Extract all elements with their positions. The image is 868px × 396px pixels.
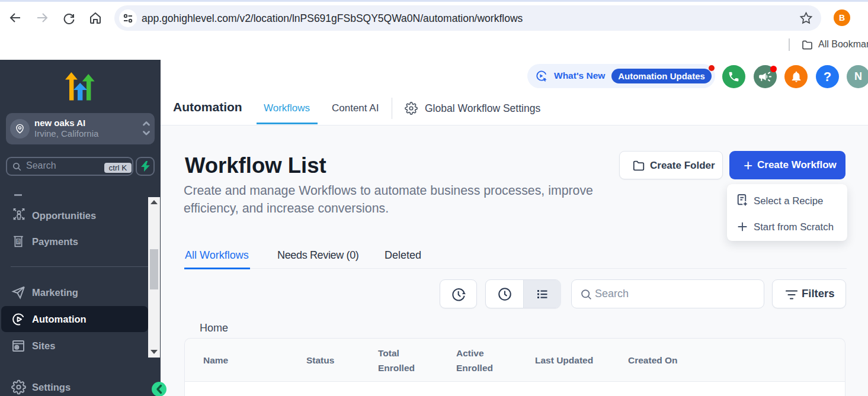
svg-text:$: $ [17,239,20,244]
